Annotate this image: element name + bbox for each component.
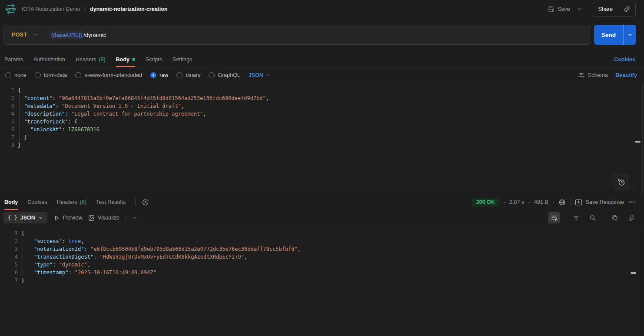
postbot-ai-button[interactable] — [613, 174, 629, 190]
send-button-group: Send — [594, 25, 636, 45]
mode-raw[interactable]: raw — [150, 72, 168, 78]
chevron-down-icon — [266, 73, 271, 78]
search-icon[interactable] — [587, 212, 598, 223]
radio-icon — [5, 72, 11, 78]
code-line: 5 "transferLock": { — [0, 118, 644, 126]
visualize-label: Visualize — [98, 215, 120, 221]
divider — [565, 214, 565, 221]
request-body-editor[interactable]: 1{2 "content": "96a5447815a0bf0e7efa6684… — [0, 83, 644, 194]
preview-button[interactable]: Preview — [53, 215, 82, 221]
response-scrollbar-track[interactable] — [629, 226, 642, 336]
indent-guide-line — [19, 102, 20, 110]
play-icon — [53, 215, 60, 221]
code-line: 3 "notarizationId": "e6f8ccb6950458fd9eb… — [0, 245, 644, 253]
code-line: 5 "type": "dynamic", — [0, 261, 644, 269]
dot-separator — [528, 202, 530, 203]
tab-headers[interactable]: Headers (9) — [76, 52, 106, 67]
indent-guide-line — [23, 253, 23, 261]
code-line: 7} — [0, 276, 644, 284]
breadcrumb-request-name[interactable]: dynamic-notarization-creation — [90, 6, 168, 12]
response-tabs-bar: Body Cookies Headers (8) Test Results 20… — [0, 194, 644, 210]
mode-row-actions: Schema Beautify — [578, 72, 637, 79]
save-button[interactable]: Save — [546, 3, 572, 15]
send-button[interactable]: Send — [594, 25, 623, 45]
radio-icon — [75, 72, 81, 78]
visualize-button[interactable]: Visualize — [88, 215, 120, 221]
share-button-group: Share — [592, 2, 636, 17]
breadcrumb-collection[interactable]: IOTA Notarization Demo — [22, 6, 80, 12]
response-format-selector[interactable]: { } JSON — [3, 212, 47, 223]
cookies-link[interactable]: Cookies — [614, 57, 635, 63]
mode-form-data[interactable]: form-data — [35, 72, 67, 78]
request-scrollbar-track[interactable] — [634, 83, 643, 194]
url-input-container: POST {{baseURL}} /dynamic — [3, 25, 590, 45]
tab-params[interactable]: Params — [4, 52, 23, 67]
response-time: 2.87 s — [509, 199, 524, 205]
request-url-row: POST {{baseURL}} /dynamic Send — [0, 18, 644, 52]
divider — [135, 199, 136, 206]
tab-scripts[interactable]: Scripts — [146, 52, 162, 67]
response-format-label: JSON — [20, 215, 35, 221]
mode-binary[interactable]: binary — [176, 72, 200, 78]
url-field[interactable]: {{baseURL}} /dynamic — [50, 31, 106, 39]
network-globe-icon[interactable] — [558, 199, 566, 206]
word-wrap-icon[interactable] — [548, 212, 560, 223]
save-options-chevron-icon[interactable] — [574, 4, 585, 14]
line-number: 3 — [0, 102, 14, 110]
link-icon[interactable] — [626, 212, 637, 223]
url-variable[interactable]: {{baseURL}} — [50, 31, 83, 39]
schema-button[interactable]: Schema — [578, 72, 608, 79]
request-scrollbar-thumb[interactable] — [635, 141, 641, 143]
response-body-editor[interactable]: 1{2 "success": true,3 "notarizationId": … — [0, 226, 644, 336]
mode-graphql[interactable]: GraphQL — [209, 72, 240, 78]
beautify-button[interactable]: Beautify — [616, 72, 637, 78]
tab-settings[interactable]: Settings — [173, 52, 192, 67]
breadcrumb: IOTA Notarization Demo / dynamic-notariz… — [22, 6, 168, 12]
share-button[interactable]: Share — [592, 2, 619, 16]
line-number: 1 — [0, 86, 14, 94]
response-tab-body[interactable]: Body — [4, 195, 18, 210]
braces-icon: { } — [8, 215, 17, 221]
request-code: 1{2 "content": "96a5447815a0bf0e7efa6684… — [0, 86, 644, 149]
mode-x-www-form-urlencoded[interactable]: x-www-form-urlencoded — [75, 72, 142, 78]
url-path[interactable]: /dynamic — [83, 32, 106, 38]
method-chevron-icon[interactable] — [33, 32, 44, 37]
copy-icon[interactable] — [609, 212, 621, 223]
app-window: HTTP IOTA Notarization Demo / dynamic-no… — [0, 0, 644, 336]
send-options-chevron-icon[interactable] — [623, 25, 636, 45]
code-line: 2 "success": true, — [0, 237, 644, 245]
response-headers-count: (8) — [80, 199, 86, 205]
indent-guide-line — [23, 261, 23, 269]
radio-icon — [35, 72, 41, 78]
request-tabs-bar: Params Authorization Headers (9) Body Sc… — [0, 52, 644, 67]
response-history-icon[interactable] — [142, 199, 149, 206]
status-badge: 200 OK — [472, 198, 499, 206]
line-number: 7 — [0, 276, 18, 284]
indent-guide-line — [19, 126, 20, 133]
language-selector[interactable]: JSON — [249, 72, 271, 78]
body-mode-row: none form-data x-www-form-urlencoded raw… — [0, 67, 644, 83]
preview-label: Preview — [63, 215, 82, 221]
response-tab-headers[interactable]: Headers (8) — [56, 195, 86, 210]
line-number: 4 — [0, 253, 18, 261]
http-request-icon: HTTP — [4, 4, 17, 14]
save-response-label: Save Response — [586, 199, 624, 205]
visualize-options-chevron-icon[interactable] — [132, 215, 137, 220]
body-modified-dot — [132, 58, 135, 61]
share-button-label: Share — [598, 6, 613, 12]
tab-body[interactable]: Body — [116, 52, 135, 67]
method-selector[interactable]: POST — [4, 32, 33, 38]
response-tab-cookies[interactable]: Cookies — [27, 195, 47, 210]
filter-icon[interactable] — [571, 212, 582, 223]
image-icon — [88, 215, 95, 221]
save-button-label: Save — [558, 6, 570, 12]
response-history-group — [135, 199, 149, 206]
tab-authorization[interactable]: Authorization — [33, 52, 65, 67]
more-options-icon[interactable] — [628, 199, 635, 206]
response-scrollbar-thumb[interactable] — [631, 272, 636, 274]
save-response-button[interactable]: Save Response — [575, 199, 624, 206]
indent-guide-line — [23, 245, 23, 253]
mode-none[interactable]: none — [5, 72, 27, 78]
response-tab-test-results[interactable]: Test Results — [96, 195, 126, 210]
copy-link-icon[interactable] — [619, 2, 635, 16]
